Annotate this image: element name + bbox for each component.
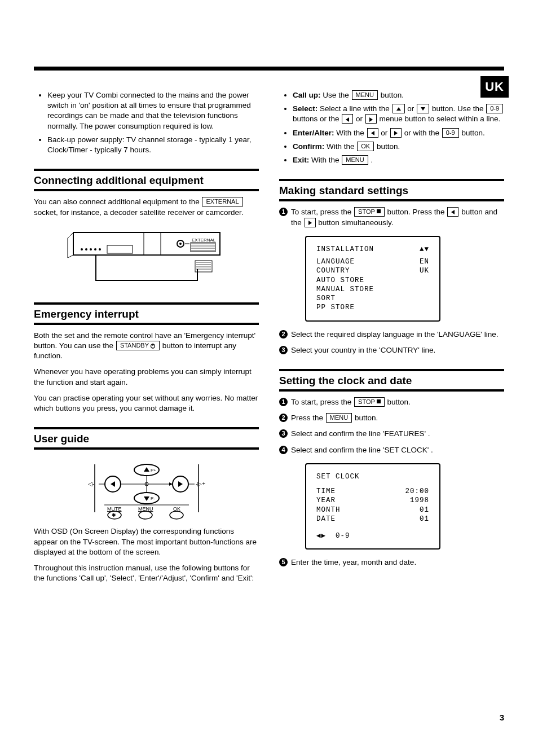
svg-rect-9 — [107, 245, 133, 253]
svg-text:P-: P- — [151, 496, 155, 501]
external-button-label: EXTERNAL — [202, 197, 242, 206]
uk-tab: UK — [480, 76, 509, 98]
intro-bullet-1: Keep your TV Combi connected to the main… — [47, 90, 259, 131]
svg-line-1 — [68, 232, 73, 238]
stop-button-label: STOP — [354, 207, 385, 217]
callup-bullet: Call up: Use the MENU button. — [293, 90, 504, 100]
step-number-icon: 2 — [279, 330, 288, 339]
stop-button-label: STOP — [354, 397, 385, 407]
heading-clock: Setting the clock and date — [279, 369, 504, 392]
right-button-icon — [390, 128, 402, 138]
emergency-p2: Whenever you have operating problems you… — [34, 367, 259, 387]
svg-marker-27 — [178, 481, 183, 487]
svg-text:P+: P+ — [151, 468, 156, 473]
page-number: 3 — [500, 713, 504, 722]
emergency-p3: You can practise operating your set with… — [34, 393, 259, 414]
menu-button-label: MENU — [352, 90, 378, 100]
select-bullet: Select: Select a line with the or button… — [293, 104, 504, 124]
left-button-icon — [367, 128, 378, 138]
svg-text:◁-: ◁- — [88, 481, 94, 487]
step-number-icon: 1 — [279, 208, 288, 216]
svg-text:-▷+: -▷+ — [196, 481, 205, 487]
numbers-button-label: 0-9 — [442, 128, 459, 138]
user-p1: With OSD (On Screen Display) the corresp… — [34, 526, 259, 557]
svg-point-45 — [139, 511, 152, 519]
svg-point-8 — [99, 248, 101, 250]
step-number-icon: 3 — [279, 346, 288, 354]
user-p2: Throughout this instruction manual, use … — [34, 563, 259, 583]
svg-point-47 — [170, 511, 183, 519]
heading-user-guide: User guide — [34, 427, 259, 450]
clock-step-2: 2 Press the MENU button. — [279, 413, 504, 423]
left-column: Keep your TV Combi connected to the main… — [34, 90, 259, 589]
clock-step-1: 1 To start, press the STOP button. — [279, 397, 504, 407]
step-number-icon: 5 — [279, 558, 288, 566]
numbers-button-label: 0-9 — [486, 104, 503, 113]
emergency-p1: Both the set and the remote control have… — [34, 331, 259, 362]
down-button-icon — [417, 104, 429, 113]
standard-step-1: 1 To start, press the STOP button. Press… — [279, 207, 504, 227]
step-number-icon: 1 — [279, 398, 288, 406]
ok-button-label: OK — [357, 142, 374, 151]
svg-point-13 — [179, 243, 182, 245]
menu-button-label: MENU — [342, 155, 368, 165]
svg-point-6 — [90, 248, 92, 250]
svg-marker-38 — [169, 482, 173, 486]
connect-para: You can also connect additional equipmen… — [34, 197, 259, 217]
svg-text:EXTERNAL: EXTERNAL — [192, 238, 216, 243]
osd-installation: INSTALLATION▲▼ LANGUAGEEN COUNTRYUK AUTO… — [305, 236, 440, 322]
right-column: Call up: Use the MENU button. Select: Se… — [279, 90, 504, 589]
step-number-icon: 2 — [279, 414, 288, 422]
svg-line-3 — [68, 255, 73, 258]
intro-bullet-2: Back-up power supply: TV channel storage… — [47, 135, 259, 155]
svg-text:✱: ✱ — [112, 512, 116, 518]
left-button-icon — [447, 207, 458, 217]
standby-button-label: STANDBY — [116, 341, 160, 350]
clock-step-3: 3 Select and confirm the line 'FEATURES'… — [279, 429, 504, 439]
confirm-bullet: Confirm: With the OK button. — [293, 142, 504, 152]
osd-set-clock: SET CLOCK TIME20:00 YEAR1998 MONTH01 DAT… — [305, 463, 440, 550]
heading-emergency: Emergency interrupt — [34, 302, 259, 325]
svg-marker-23 — [111, 481, 115, 487]
menu-button-label: MENU — [326, 413, 352, 423]
svg-marker-34 — [144, 496, 149, 501]
step-number-icon: 3 — [279, 429, 288, 438]
right-button-icon — [305, 218, 316, 227]
heading-connecting: Connecting additional equipment — [34, 169, 259, 191]
svg-point-4 — [81, 248, 83, 250]
enter-bullet: Enter/Alter: With the or or with the 0-9… — [293, 128, 504, 138]
svg-point-5 — [85, 248, 87, 250]
exit-bullet: Exit: With the MENU . — [293, 155, 504, 165]
clock-step-4: 4 Select and confirm the line 'SET CLOCK… — [279, 445, 504, 455]
left-button-icon — [342, 114, 353, 124]
svg-marker-31 — [144, 467, 149, 472]
right-button-icon — [365, 114, 377, 124]
step-number-icon: 4 — [279, 446, 288, 454]
remote-diagram: ◁- -▷+ P+ P- MU — [85, 459, 209, 521]
connector-diagram: EXTERNAL — [62, 227, 231, 289]
svg-rect-16 — [191, 243, 215, 252]
clock-step-5: 5 Enter the time, year, month and date. — [279, 557, 504, 568]
top-rule — [34, 67, 504, 71]
standard-step-3: 3 Select your country in the 'COUNTRY' l… — [279, 345, 504, 355]
svg-point-7 — [94, 248, 96, 250]
heading-standard-settings: Making standard settings — [279, 179, 504, 201]
up-button-icon — [393, 104, 405, 113]
standard-step-2: 2 Select the required display language i… — [279, 329, 504, 340]
